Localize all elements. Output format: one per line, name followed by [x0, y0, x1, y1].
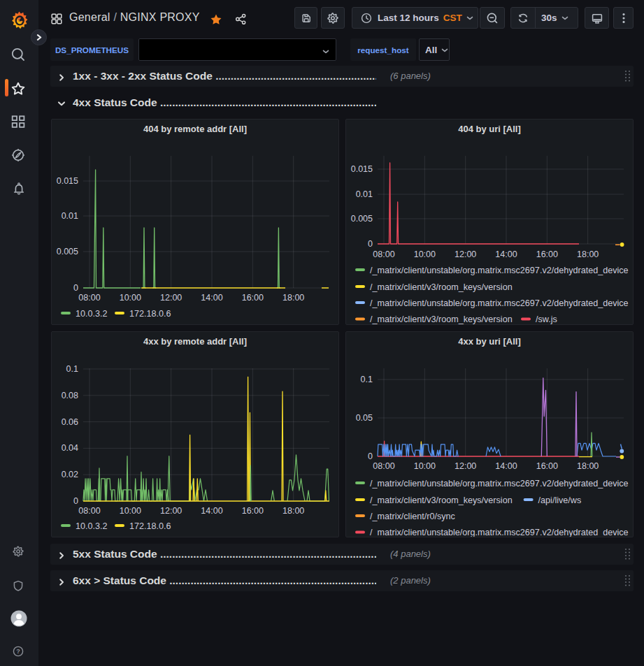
svg-text:0: 0	[73, 283, 78, 293]
svg-text:/_matrix/client/unstable/org.m: /_matrix/client/unstable/org.matrix.msc2…	[370, 266, 629, 275]
svg-text:08:00: 08:00	[78, 293, 100, 303]
svg-text:0.04: 0.04	[62, 443, 78, 453]
svg-text:12:00: 12:00	[160, 506, 182, 516]
svg-text:0: 0	[368, 239, 373, 249]
svg-text:12:00: 12:00	[160, 293, 182, 303]
svg-text:0.015: 0.015	[57, 176, 78, 186]
svg-text:10:00: 10:00	[120, 293, 141, 303]
svg-text:172.18.0.6: 172.18.0.6	[129, 309, 171, 319]
svg-text:/_matrix/client/v3/room_keys/v: /_matrix/client/v3/room_keys/version	[370, 282, 513, 292]
svg-text:10:00: 10:00	[414, 249, 436, 259]
svg-text:18:00: 18:00	[282, 293, 304, 303]
svg-text:08:00: 08:00	[78, 506, 100, 516]
svg-text:14:00: 14:00	[201, 506, 222, 516]
svg-text:/sw.js: /sw.js	[536, 314, 557, 324]
svg-text:18:00: 18:00	[577, 249, 599, 259]
svg-text:08:00: 08:00	[373, 461, 394, 471]
svg-text:0.015: 0.015	[351, 164, 373, 174]
svg-text:0: 0	[368, 451, 373, 461]
svg-text:16:00: 16:00	[536, 461, 558, 471]
svg-text:/api/live/ws: /api/live/ws	[538, 495, 582, 505]
svg-text:12:00: 12:00	[455, 461, 476, 471]
svg-text:0.01: 0.01	[356, 189, 373, 199]
svg-text:0.01: 0.01	[62, 211, 78, 221]
svg-text:08:00: 08:00	[373, 249, 394, 259]
svg-text:18:00: 18:00	[282, 506, 304, 516]
svg-text:0.1: 0.1	[361, 375, 373, 384]
svg-text:14:00: 14:00	[495, 461, 517, 471]
svg-text:0.005: 0.005	[351, 214, 373, 224]
svg-text:10:00: 10:00	[120, 506, 141, 516]
svg-text:/_matrix/client/unstable/org.m: /_matrix/client/unstable/org.matrix.msc2…	[370, 298, 629, 308]
svg-text:18:00: 18:00	[577, 461, 599, 471]
svg-text:0.06: 0.06	[62, 417, 78, 427]
svg-text:16:00: 16:00	[242, 506, 264, 516]
svg-text:/_matrix/client/v3/room_keys/v: /_matrix/client/v3/room_keys/version	[370, 495, 513, 505]
svg-text:12:00: 12:00	[455, 249, 476, 259]
svg-text:0.05: 0.05	[356, 413, 373, 423]
svg-text:10.0.3.2: 10.0.3.2	[76, 521, 108, 531]
svg-text:0.005: 0.005	[57, 247, 78, 256]
svg-text:16:00: 16:00	[536, 249, 558, 259]
svg-text:10:00: 10:00	[414, 461, 436, 471]
svg-text:/_matrix/client/v3/room_keys/v: /_matrix/client/v3/room_keys/version	[370, 314, 513, 324]
svg-text:0.08: 0.08	[62, 391, 78, 400]
svg-text:/_matrix/client/unstable/org.m: /_matrix/client/unstable/org.matrix.msc2…	[370, 479, 629, 488]
svg-text:172.18.0.6: 172.18.0.6	[129, 521, 171, 531]
svg-text:0.02: 0.02	[62, 470, 78, 479]
svg-text:10.0.3.2: 10.0.3.2	[76, 309, 108, 319]
svg-text:0: 0	[73, 496, 78, 506]
svg-text:16:00: 16:00	[242, 293, 264, 303]
svg-text:14:00: 14:00	[201, 293, 222, 303]
svg-text:/_matrix/client/unstable/org.m: /_matrix/client/unstable/org.matrix.msc2…	[370, 528, 629, 537]
svg-text:?: ?	[16, 648, 20, 655]
svg-text:14:00: 14:00	[495, 249, 517, 259]
svg-text:0.1: 0.1	[66, 364, 78, 374]
svg-text:/_matrix/client/r0/sync: /_matrix/client/r0/sync	[370, 512, 455, 521]
